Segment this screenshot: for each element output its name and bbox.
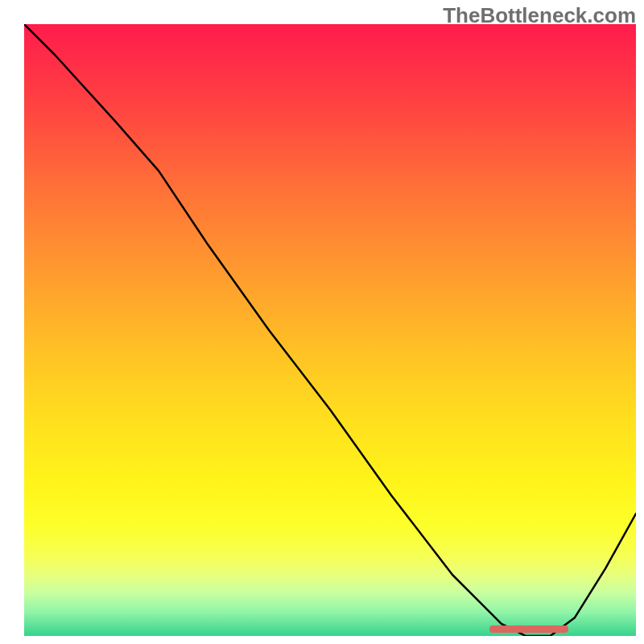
watermark-text: TheBottleneck.com [443,3,636,28]
curve-path [24,24,636,636]
minimum-marker [489,625,569,633]
curve-svg [24,24,636,636]
chart-container: TheBottleneck.com [0,0,644,644]
plot-area [24,24,636,636]
